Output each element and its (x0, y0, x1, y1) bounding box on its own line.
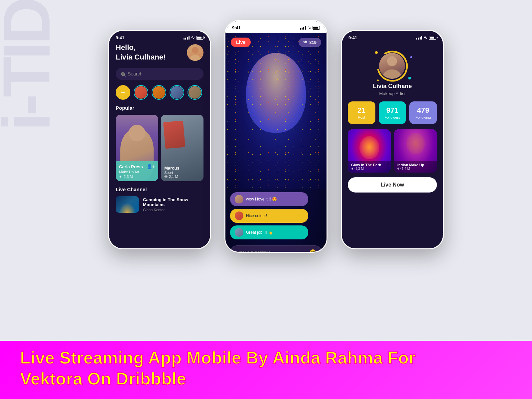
story-avatar-1[interactable] (134, 85, 148, 100)
card-1-views: 👁 2,3 M (119, 175, 155, 179)
phones-container: 9:41 ∿ Hello,Livia Culhane! (27, 20, 525, 253)
add-story-button[interactable]: + (116, 85, 130, 100)
wifi-icon-3: ∿ (424, 35, 428, 40)
sparkles (225, 33, 327, 189)
card-2-views: 👁 2,1 M (164, 175, 200, 179)
signal-bar (184, 38, 185, 40)
bottom-title-line2: Vektora On Dribbble (20, 369, 186, 388)
card-2-name: Marcus (164, 166, 200, 171)
live-face-area: Live 👁 819 (225, 33, 327, 189)
live-channel-item[interactable]: Camping in The Snow Mountains Giana Kent… (116, 196, 203, 213)
bottom-title-line1: Live Streaming App Mobile By Ainda Rahma… (20, 348, 415, 367)
message-input-bar[interactable]: Type your massage ... 😊 (230, 245, 322, 253)
phone3-content: Livia Culhane Makeup Artist 21 Post 971 … (342, 43, 443, 198)
time-2: 9:41 (232, 25, 241, 30)
chat-avatar-1 (235, 195, 243, 203)
eye-icon: 👁 (119, 175, 122, 179)
popular-card-1[interactable]: Carla Press 👤+ Make Up Art 👁 2,3 M (116, 115, 158, 181)
status-icons-2: ∿ (300, 25, 320, 30)
time-1: 9:41 (116, 35, 124, 40)
live-overlay-top: Live 👁 819 (225, 33, 327, 52)
content-card-glow[interactable]: Glow In The Dark 👁 1,3 M (348, 129, 391, 173)
indian-card-title: Indian Make Up (397, 163, 434, 167)
profile-hero: Livia Culhane Makeup Artist (348, 43, 437, 101)
stat-following-num: 479 (412, 106, 434, 115)
stat-following-label: Following (412, 115, 434, 119)
chat-text-1: wow i love it!!! 😍 (246, 197, 277, 201)
phone-profile: 9:41 ∿ (341, 30, 444, 249)
chat-text-3: Great job!!!! 👆 (246, 230, 273, 235)
user-add-icon: 👤+ (147, 164, 155, 169)
signal-bar (189, 36, 190, 40)
signal-bar (187, 37, 188, 40)
greeting-text: Hello,Livia Culhane! (116, 43, 166, 62)
battery-icon-3 (429, 36, 436, 40)
story-avatar-4[interactable] (188, 85, 202, 100)
stat-post-num: 21 (350, 106, 373, 115)
greeting-message: Hello,Livia Culhane! (116, 43, 166, 62)
live-channel-author: Giana Kenter (143, 208, 203, 212)
search-placeholder: Search (128, 71, 142, 76)
story-avatar-3[interactable] (170, 85, 184, 100)
dot-yellow-2 (377, 79, 379, 81)
glow-card-label: Glow In The Dark 👁 1,3 M (348, 161, 391, 173)
card-1-name: Carla Press (119, 164, 143, 169)
popular-card-2[interactable]: Marcus Sport 👁 2,1 M (161, 115, 203, 181)
dot-yellow-1 (375, 51, 378, 54)
live-now-button[interactable]: Live Now (348, 177, 437, 193)
live-badge: Live (231, 38, 251, 47)
eye-icon-live: 👁 (303, 40, 307, 45)
card-2-info: Marcus Sport 👁 2,1 M (161, 163, 203, 181)
chat-message-2: Nice colour! (230, 209, 308, 223)
chat-avatar-3 (235, 228, 243, 237)
user-avatar[interactable] (187, 44, 203, 61)
status-bar-2: 9:41 ∿ (225, 21, 327, 33)
phone-home: 9:41 ∿ Hello,Livia Culhane! (108, 30, 211, 249)
chat-area: wow i love it!!! 😍 Nice colour! Great jo… (225, 189, 327, 243)
profile-avatar[interactable] (379, 53, 405, 79)
chat-text-2: Nice colour! (246, 213, 267, 218)
stat-following: 479 Following (409, 101, 437, 124)
dot-purple-1 (410, 56, 412, 58)
viewer-count: 819 (309, 40, 317, 45)
card-1-info: Carla Press 👤+ Make Up Art 👁 2,3 M (116, 161, 158, 181)
card-1-category: Make Up Art (119, 170, 155, 174)
content-card-indian[interactable]: Indian Make Up 👁 1,4 M (394, 129, 437, 173)
status-bar-3: 9:41 ∿ (342, 31, 443, 43)
glow-card-views: 👁 1,3 M (351, 167, 387, 171)
profile-subtitle: Makeup Artist (379, 91, 406, 96)
status-bar-1: 9:41 ∿ (109, 31, 210, 43)
card-2-category: Sport (164, 171, 200, 175)
live-now-text: Live Now (381, 182, 404, 188)
search-bar[interactable]: Search (116, 68, 203, 80)
popular-label: Popular (116, 105, 203, 111)
phone1-content: Hello,Livia Culhane! Search + (109, 43, 210, 219)
status-icons-3: ∿ (416, 35, 436, 40)
indian-card-views: 👁 1,4 M (397, 167, 434, 171)
time-3: 9:41 (348, 35, 357, 40)
search-icon (121, 72, 124, 75)
glow-card-title: Glow In The Dark (351, 163, 387, 167)
content-grid: Glow In The Dark 👁 1,3 M Indian Make Up (348, 129, 437, 173)
stat-followers-label: Followers (381, 115, 404, 119)
svg-line-1 (124, 75, 126, 77)
chat-avatar-2 (235, 211, 243, 220)
stat-post: 21 Post (348, 101, 375, 124)
viewer-badge: 👁 819 (299, 38, 321, 47)
chat-message-3: Great job!!!! 👆 (230, 225, 308, 239)
live-background: Live 👁 819 wow i love it!!! 😍 (225, 33, 327, 253)
phone2-content: Live 👁 819 wow i love it!!! 😍 (225, 33, 327, 253)
story-avatar-2[interactable] (152, 85, 166, 100)
live-channel-label: Live Channel (116, 187, 203, 192)
battery-icon (196, 36, 203, 40)
live-channel-title: Camping in The Snow Mountains (143, 197, 203, 207)
stat-post-label: Post (350, 115, 373, 119)
live-thumb (116, 196, 139, 213)
wifi-icon: ∿ (191, 35, 195, 40)
indian-card-label: Indian Make Up 👁 1,4 M (394, 161, 437, 173)
popular-grid: Carla Press 👤+ Make Up Art 👁 2,3 M (116, 115, 203, 181)
message-placeholder: Type your massage ... (236, 250, 275, 253)
stat-followers: 971 Followers (379, 101, 406, 124)
greeting-row: Hello,Livia Culhane! (116, 43, 203, 62)
send-icon: 😊 (310, 249, 316, 253)
